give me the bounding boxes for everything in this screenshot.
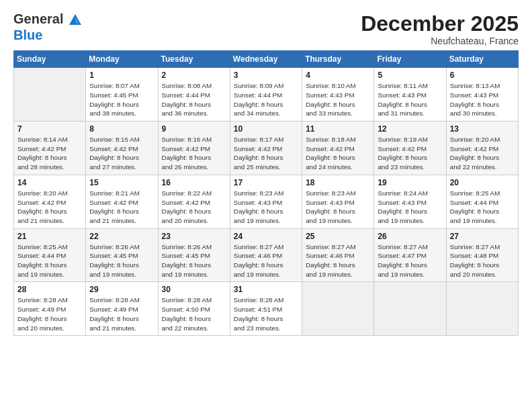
calendar-cell: 30Sunrise: 8:28 AMSunset: 4:50 PMDayligh… <box>158 282 230 336</box>
week-row-3: 14Sunrise: 8:20 AMSunset: 4:42 PMDayligh… <box>14 175 519 228</box>
day-detail: Sunrise: 8:17 AMSunset: 4:42 PMDaylight:… <box>234 135 298 172</box>
day-detail: Sunrise: 8:28 AMSunset: 4:49 PMDaylight:… <box>89 295 154 332</box>
day-detail: Sunrise: 8:26 AMSunset: 4:45 PMDaylight:… <box>162 242 226 279</box>
day-number: 14 <box>17 178 82 187</box>
calendar-cell: 6Sunrise: 8:13 AMSunset: 4:43 PMDaylight… <box>446 68 518 122</box>
day-number: 18 <box>306 178 370 187</box>
day-number: 27 <box>450 232 515 241</box>
day-number: 4 <box>306 71 370 80</box>
calendar-cell: 31Sunrise: 8:28 AMSunset: 4:51 PMDayligh… <box>230 282 302 336</box>
day-detail: Sunrise: 8:16 AMSunset: 4:42 PMDaylight:… <box>162 135 226 172</box>
day-number: 28 <box>17 285 82 294</box>
day-number: 2 <box>162 71 226 80</box>
day-number: 13 <box>450 124 515 134</box>
calendar-cell: 17Sunrise: 8:23 AMSunset: 4:43 PMDayligh… <box>230 175 302 228</box>
day-detail: Sunrise: 8:28 AMSunset: 4:51 PMDaylight:… <box>234 295 298 332</box>
calendar-cell: 27Sunrise: 8:27 AMSunset: 4:48 PMDayligh… <box>446 228 518 282</box>
calendar-cell: 11Sunrise: 8:18 AMSunset: 4:42 PMDayligh… <box>302 122 374 175</box>
day-number: 31 <box>234 285 298 294</box>
day-number: 24 <box>234 232 298 241</box>
day-number: 20 <box>450 178 515 187</box>
calendar-cell <box>374 282 446 336</box>
day-number: 26 <box>378 232 442 241</box>
day-detail: Sunrise: 8:10 AMSunset: 4:43 PMDaylight:… <box>306 81 370 118</box>
calendar-cell: 16Sunrise: 8:22 AMSunset: 4:42 PMDayligh… <box>158 175 230 228</box>
day-detail: Sunrise: 8:23 AMSunset: 4:43 PMDaylight:… <box>306 189 370 226</box>
calendar-cell: 28Sunrise: 8:28 AMSunset: 4:49 PMDayligh… <box>14 282 86 336</box>
calendar-cell <box>446 282 518 336</box>
logo: General Blue <box>13 12 83 42</box>
title-block: December 2025 Neufchateau, France <box>361 12 519 46</box>
calendar-cell: 21Sunrise: 8:25 AMSunset: 4:44 PMDayligh… <box>14 228 86 282</box>
day-detail: Sunrise: 8:28 AMSunset: 4:49 PMDaylight:… <box>17 295 82 332</box>
calendar-cell: 14Sunrise: 8:20 AMSunset: 4:42 PMDayligh… <box>14 175 86 228</box>
calendar-cell: 5Sunrise: 8:11 AMSunset: 4:43 PMDaylight… <box>374 68 446 122</box>
logo-blue: Blue <box>13 28 83 42</box>
day-detail: Sunrise: 8:27 AMSunset: 4:46 PMDaylight:… <box>234 242 298 279</box>
logo-icon <box>68 13 83 28</box>
calendar-cell: 20Sunrise: 8:25 AMSunset: 4:44 PMDayligh… <box>446 175 518 228</box>
week-row-1: 1Sunrise: 8:07 AMSunset: 4:45 PMDaylight… <box>14 68 519 122</box>
day-number: 10 <box>234 124 298 134</box>
day-detail: Sunrise: 8:22 AMSunset: 4:42 PMDaylight:… <box>162 189 226 226</box>
day-detail: Sunrise: 8:18 AMSunset: 4:42 PMDaylight:… <box>306 135 370 172</box>
day-detail: Sunrise: 8:28 AMSunset: 4:50 PMDaylight:… <box>162 295 226 332</box>
day-detail: Sunrise: 8:25 AMSunset: 4:44 PMDaylight:… <box>450 189 515 226</box>
day-detail: Sunrise: 8:20 AMSunset: 4:42 PMDaylight:… <box>450 135 515 172</box>
calendar-cell: 18Sunrise: 8:23 AMSunset: 4:43 PMDayligh… <box>302 175 374 228</box>
logo-general: General <box>13 11 63 26</box>
day-number: 16 <box>162 178 226 187</box>
calendar-table: SundayMondayTuesdayWednesdayThursdayFrid… <box>13 50 519 336</box>
day-header-sunday: Sunday <box>14 51 86 68</box>
day-header-thursday: Thursday <box>302 51 374 68</box>
day-detail: Sunrise: 8:08 AMSunset: 4:44 PMDaylight:… <box>162 81 226 118</box>
day-detail: Sunrise: 8:13 AMSunset: 4:43 PMDaylight:… <box>450 81 515 118</box>
day-number: 30 <box>162 285 226 294</box>
calendar-cell: 15Sunrise: 8:21 AMSunset: 4:42 PMDayligh… <box>86 175 158 228</box>
calendar-cell: 2Sunrise: 8:08 AMSunset: 4:44 PMDaylight… <box>158 68 230 122</box>
calendar-cell: 8Sunrise: 8:15 AMSunset: 4:42 PMDaylight… <box>86 122 158 175</box>
week-row-4: 21Sunrise: 8:25 AMSunset: 4:44 PMDayligh… <box>14 228 519 282</box>
day-number: 17 <box>234 178 298 187</box>
calendar-cell: 23Sunrise: 8:26 AMSunset: 4:45 PMDayligh… <box>158 228 230 282</box>
week-row-2: 7Sunrise: 8:14 AMSunset: 4:42 PMDaylight… <box>14 122 519 175</box>
day-number: 12 <box>378 124 442 134</box>
calendar-cell: 22Sunrise: 8:26 AMSunset: 4:45 PMDayligh… <box>86 228 158 282</box>
day-header-friday: Friday <box>374 51 446 68</box>
day-detail: Sunrise: 8:20 AMSunset: 4:42 PMDaylight:… <box>17 189 82 226</box>
calendar-cell <box>14 68 86 122</box>
day-number: 5 <box>378 71 442 80</box>
day-number: 25 <box>306 232 370 241</box>
day-number: 3 <box>234 71 298 80</box>
day-detail: Sunrise: 8:27 AMSunset: 4:48 PMDaylight:… <box>450 242 515 279</box>
day-detail: Sunrise: 8:26 AMSunset: 4:45 PMDaylight:… <box>89 242 154 279</box>
day-detail: Sunrise: 8:15 AMSunset: 4:42 PMDaylight:… <box>89 135 154 172</box>
day-header-monday: Monday <box>86 51 158 68</box>
calendar-cell: 29Sunrise: 8:28 AMSunset: 4:49 PMDayligh… <box>86 282 158 336</box>
day-number: 21 <box>17 232 82 241</box>
day-number: 6 <box>450 71 515 80</box>
day-number: 1 <box>89 71 154 80</box>
day-number: 15 <box>89 178 154 187</box>
calendar-cell: 26Sunrise: 8:27 AMSunset: 4:47 PMDayligh… <box>374 228 446 282</box>
day-number: 29 <box>89 285 154 294</box>
calendar-cell: 7Sunrise: 8:14 AMSunset: 4:42 PMDaylight… <box>14 122 86 175</box>
day-number: 9 <box>162 124 226 134</box>
calendar-cell: 13Sunrise: 8:20 AMSunset: 4:42 PMDayligh… <box>446 122 518 175</box>
day-number: 11 <box>306 124 370 134</box>
day-number: 7 <box>17 124 82 134</box>
header-row: SundayMondayTuesdayWednesdayThursdayFrid… <box>14 51 519 68</box>
calendar-cell: 12Sunrise: 8:19 AMSunset: 4:42 PMDayligh… <box>374 122 446 175</box>
day-detail: Sunrise: 8:24 AMSunset: 4:43 PMDaylight:… <box>378 189 442 226</box>
day-number: 19 <box>378 178 442 187</box>
day-number: 22 <box>89 232 154 241</box>
calendar-cell <box>302 282 374 336</box>
calendar-cell: 3Sunrise: 8:09 AMSunset: 4:44 PMDaylight… <box>230 68 302 122</box>
day-header-saturday: Saturday <box>446 51 518 68</box>
week-row-5: 28Sunrise: 8:28 AMSunset: 4:49 PMDayligh… <box>14 282 519 336</box>
day-number: 23 <box>162 232 226 241</box>
day-header-tuesday: Tuesday <box>158 51 230 68</box>
day-detail: Sunrise: 8:07 AMSunset: 4:45 PMDaylight:… <box>89 81 154 118</box>
calendar-cell: 9Sunrise: 8:16 AMSunset: 4:42 PMDaylight… <box>158 122 230 175</box>
day-detail: Sunrise: 8:21 AMSunset: 4:42 PMDaylight:… <box>89 189 154 226</box>
